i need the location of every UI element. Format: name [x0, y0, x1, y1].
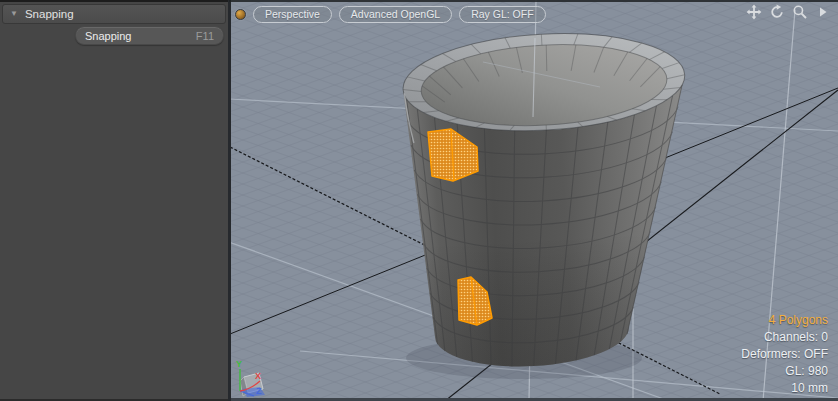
stat-polygons: 4 Polygons	[741, 312, 828, 329]
viewport-top-edge	[229, 0, 838, 2]
zoom-icon[interactable]	[791, 4, 808, 21]
perspective-button[interactable]: Perspective	[253, 6, 332, 23]
panel-divider[interactable]	[228, 0, 231, 401]
svg-text:X: X	[255, 371, 261, 381]
snapping-button-shortcut: F11	[196, 30, 214, 42]
triangle-down-icon: ▼	[10, 10, 18, 18]
snapping-section-header[interactable]: ▼ Snapping	[2, 4, 226, 24]
snapping-button[interactable]: Snapping F11	[75, 26, 224, 45]
stat-channels: Channels: 0	[741, 329, 828, 346]
cup-mesh[interactable]	[401, 27, 700, 372]
panel-header-label: Snapping	[25, 8, 74, 20]
shading-mode-button[interactable]: Advanced OpenGL	[339, 6, 452, 23]
ray-gl-button[interactable]: Ray GL: OFF	[459, 6, 545, 23]
snapping-panel: ▼ Snapping Snapping F11	[0, 0, 229, 401]
orbit-icon[interactable]	[768, 4, 785, 21]
snapping-button-label: Snapping	[85, 30, 132, 42]
view-controls	[745, 3, 831, 21]
expand-arrow-icon[interactable]	[814, 4, 831, 21]
modo-app-window: ▼ Snapping Snapping F11	[0, 0, 838, 401]
svg-text:Y: Y	[236, 359, 242, 369]
pan-icon[interactable]	[745, 4, 762, 21]
3d-viewport[interactable]: Y X Z Perspective Advanced OpenGL Ray GL…	[229, 0, 838, 401]
stat-gl: GL: 980	[741, 363, 828, 380]
svg-text:Z: Z	[256, 386, 262, 396]
viewport-stats: 4 Polygons Channels: 0 Deformers: OFF GL…	[741, 312, 828, 397]
viewport-toolbar: Perspective Advanced OpenGL Ray GL: OFF	[235, 6, 546, 23]
stat-grid-size: 10 mm	[741, 380, 828, 397]
stat-deformers: Deformers: OFF	[741, 346, 828, 363]
gl-status-dot[interactable]	[235, 9, 246, 20]
